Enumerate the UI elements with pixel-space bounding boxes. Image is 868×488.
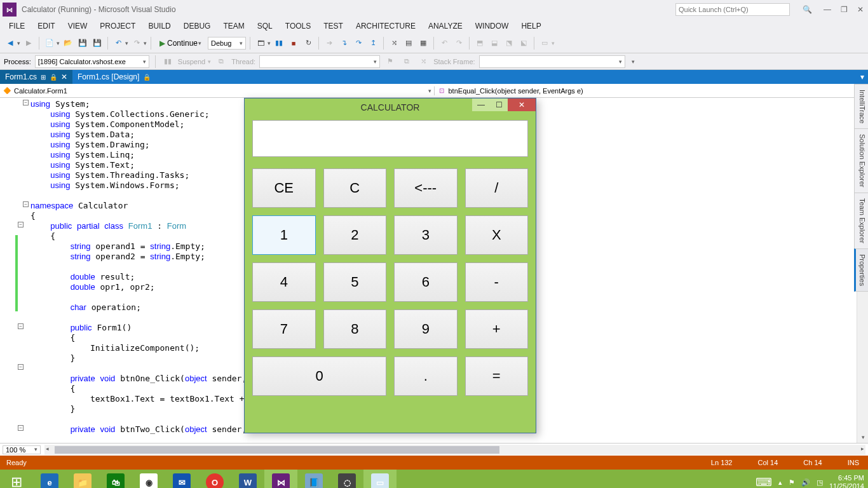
calc-close-button[interactable]: ✕ xyxy=(508,98,536,111)
save-all-icon[interactable]: 💾 xyxy=(91,37,104,50)
menu-test[interactable]: TEST xyxy=(318,20,348,32)
task-opera[interactable]: O xyxy=(198,470,231,488)
tray-volume-icon[interactable]: 🔊 xyxy=(801,478,810,487)
start-button[interactable]: ⊞ xyxy=(0,470,33,488)
task-word[interactable]: W xyxy=(231,470,264,488)
menu-help[interactable]: HELP xyxy=(516,20,546,32)
menu-tools[interactable]: TOOLS xyxy=(280,20,316,32)
calc-2-button[interactable]: 2 xyxy=(323,215,387,255)
calc-6-button[interactable]: 6 xyxy=(394,262,458,302)
menu-file[interactable]: FILE xyxy=(4,20,30,32)
quick-launch-input[interactable] xyxy=(675,3,790,16)
calc-minus-button[interactable]: - xyxy=(465,262,529,302)
scroll-down-icon[interactable]: ▾ xyxy=(857,431,868,443)
close-button[interactable]: ✕ xyxy=(855,5,865,14)
calc-1-button[interactable]: 1 xyxy=(252,215,316,255)
outline-toggle[interactable]: − xyxy=(18,323,24,329)
undo-icon[interactable]: ↶ xyxy=(112,37,125,50)
step-into-icon[interactable]: ↴ xyxy=(337,37,350,50)
calc-9-button[interactable]: 9 xyxy=(394,309,458,349)
process-combo[interactable]: [1896] Calculator.vshost.exe▾ xyxy=(35,55,149,68)
menu-architecture[interactable]: ARCHITECTURE xyxy=(351,20,421,32)
task-calculator[interactable]: ▭ xyxy=(363,470,397,488)
menu-build[interactable]: BUILD xyxy=(143,20,175,32)
search-icon[interactable]: 🔍 xyxy=(803,5,812,14)
open-file-icon[interactable]: 📂 xyxy=(62,37,74,50)
menu-sql[interactable]: SQL xyxy=(252,20,278,32)
tab-form1-design[interactable]: Form1.cs [Design] 🔒 xyxy=(72,70,156,84)
clock[interactable]: 6:45 PM11/25/2014 xyxy=(829,474,864,488)
suspend-icon[interactable]: ▮▮ xyxy=(161,55,174,68)
nav-back-icon[interactable]: ◀ xyxy=(4,37,17,50)
horizontal-scrollbar[interactable]: ◂ ▸ xyxy=(44,445,865,455)
calc-ce-button[interactable]: CE xyxy=(252,168,316,208)
calc-7-button[interactable]: 7 xyxy=(252,309,316,349)
tool-icon-1[interactable]: 🗔 xyxy=(254,37,267,50)
calc-maximize-button[interactable]: ☐ xyxy=(490,98,508,111)
panel-properties[interactable]: Properties xyxy=(854,248,868,292)
task-app1[interactable]: 📘 xyxy=(297,470,330,488)
menu-edit[interactable]: EDIT xyxy=(32,20,60,32)
thread-combo[interactable]: ▾ xyxy=(259,55,380,68)
task-explorer[interactable]: 📁 xyxy=(66,470,99,488)
menu-analyze[interactable]: ANALYZE xyxy=(423,20,468,32)
new-project-icon[interactable]: 📄 xyxy=(43,37,56,50)
minimize-button[interactable]: — xyxy=(822,5,832,14)
redo-icon[interactable]: ↷ xyxy=(130,37,143,50)
tool-icon-2[interactable]: ⤭ xyxy=(388,37,400,50)
calc-dot-button[interactable]: . xyxy=(394,356,458,396)
calc-back-button[interactable]: <--- xyxy=(394,168,458,208)
menu-window[interactable]: WINDOW xyxy=(470,20,514,32)
calc-equals-button[interactable]: = xyxy=(465,356,529,396)
restore-button[interactable]: ❐ xyxy=(839,5,849,14)
calc-0-button[interactable]: 0 xyxy=(252,356,386,396)
tool-icon-10[interactable]: ⬕ xyxy=(517,37,530,50)
zoom-combo[interactable]: 100 %▾ xyxy=(3,445,41,454)
task-chrome[interactable]: ◉ xyxy=(132,470,165,488)
break-all-icon[interactable]: ▮▮ xyxy=(273,37,285,50)
tray-app-icon[interactable]: ◳ xyxy=(817,478,823,487)
nav-fwd-icon[interactable]: ▶ xyxy=(22,37,35,50)
member-selector[interactable]: ⊡ btnEqual_Click(object sender, EventArg… xyxy=(435,86,869,95)
calc-5-button[interactable]: 5 xyxy=(323,262,387,302)
step-over-icon[interactable]: ↷ xyxy=(352,37,365,50)
pin-icon[interactable]: ⊞ xyxy=(41,74,46,81)
tray-keyboard-icon[interactable]: ⌨ xyxy=(756,475,772,488)
menu-debug[interactable]: DEBUG xyxy=(179,20,216,32)
tool-icon-6[interactable]: ↷ xyxy=(452,37,465,50)
flag-icon[interactable]: ⚑ xyxy=(384,55,397,68)
calc-minimize-button[interactable]: — xyxy=(472,98,490,111)
tray-flag-icon[interactable]: ⚑ xyxy=(789,478,795,487)
panel-team-explorer[interactable]: Team Explorer xyxy=(854,193,868,249)
tool-icon-7[interactable]: ⬒ xyxy=(473,37,486,50)
tool-icon-d2[interactable]: ⤭ xyxy=(417,55,430,68)
outline-toggle[interactable]: − xyxy=(18,222,24,227)
task-store[interactable]: 🛍 xyxy=(99,470,132,488)
calc-8-button[interactable]: 8 xyxy=(323,309,387,349)
calc-c-button[interactable]: C xyxy=(323,168,387,208)
hscrollbar-thumb[interactable] xyxy=(55,446,499,454)
menu-team[interactable]: TEAM xyxy=(218,20,249,32)
calc-plus-button[interactable]: + xyxy=(465,309,529,349)
thread-icon[interactable]: ⧉ xyxy=(215,55,227,68)
continue-button[interactable]: ▶Continue▾ xyxy=(155,37,206,50)
config-combo[interactable]: Debug▾ xyxy=(208,37,246,50)
save-icon[interactable]: 💾 xyxy=(76,37,89,50)
outline-toggle[interactable]: − xyxy=(23,201,29,207)
step-out-icon[interactable]: ↥ xyxy=(367,37,379,50)
tab-form1-cs[interactable]: Form1.cs ⊞ 🔒 ✕ xyxy=(0,70,72,84)
outline-toggle[interactable]: − xyxy=(23,100,29,105)
tool-icon-8[interactable]: ⬓ xyxy=(488,37,501,50)
menu-view[interactable]: VIEW xyxy=(63,20,93,32)
calc-divide-button[interactable]: / xyxy=(465,168,529,208)
outline-toggle[interactable]: − xyxy=(18,364,24,370)
close-tab-icon[interactable]: ✕ xyxy=(61,72,67,81)
calc-title-bar[interactable]: CALCULATOR — ☐ ✕ xyxy=(245,98,536,116)
tab-overflow-icon[interactable]: ▾ xyxy=(857,70,868,84)
calc-display[interactable] xyxy=(252,120,528,157)
menu-project[interactable]: PROJECT xyxy=(95,20,140,32)
stop-icon[interactable]: ■ xyxy=(287,37,300,50)
class-selector[interactable]: 🔶 Calculator.Form1 ▾ xyxy=(0,86,435,95)
tool-icon-9[interactable]: ⬔ xyxy=(503,37,515,50)
calc-3-button[interactable]: 3 xyxy=(394,215,458,255)
